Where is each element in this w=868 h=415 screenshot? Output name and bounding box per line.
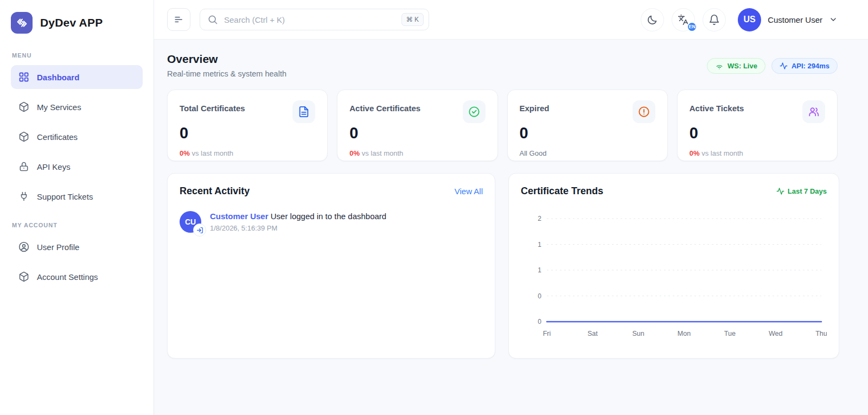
svg-text:Thu: Thu xyxy=(815,330,827,337)
view-all-link[interactable]: View All xyxy=(455,187,483,196)
search-box: ⌘ K xyxy=(200,9,429,30)
activity-avatar: CU xyxy=(180,211,201,233)
menu-section-label: MENU xyxy=(12,52,143,59)
svg-text:0: 0 xyxy=(538,318,541,325)
app-logo-row: DyDev APP xyxy=(11,12,143,34)
certificate-trends-title: Certificate Trends xyxy=(521,186,603,197)
sidebar-item-label: Dashboard xyxy=(37,73,79,82)
sidebar-item-support-tickets[interactable]: Support Tickets xyxy=(11,184,143,208)
websocket-status-badge: WS: Live xyxy=(707,58,765,74)
svg-text:Wed: Wed xyxy=(769,330,783,337)
user-name: Customer User xyxy=(768,15,822,24)
app-logo-icon xyxy=(11,12,33,34)
activity-user-link[interactable]: Customer User xyxy=(210,212,269,221)
svg-text:Tue: Tue xyxy=(724,330,736,337)
chevron-down-icon xyxy=(829,15,838,24)
stat-title: Total Certificates xyxy=(180,100,245,113)
cube-icon xyxy=(18,271,29,282)
sidebar-item-api-keys[interactable]: API Keys xyxy=(11,155,143,178)
user-menu[interactable]: US Customer User xyxy=(738,8,838,31)
svg-text:0: 0 xyxy=(538,292,541,300)
bell-icon xyxy=(709,14,720,25)
sidebar: DyDev APP MENU Dashboard My Services Cer… xyxy=(0,0,154,415)
cube-icon xyxy=(18,101,29,112)
stat-title: Active Certificates xyxy=(349,100,420,113)
recent-activity-panel: Recent Activity View All CU Customer Use… xyxy=(167,173,495,359)
stat-value: 0 xyxy=(690,124,825,142)
activity-text: Customer User User logged in to the dash… xyxy=(210,211,386,222)
moon-icon xyxy=(647,14,658,25)
app-name: DyDev APP xyxy=(40,16,103,29)
sidebar-item-account-settings[interactable]: Account Settings xyxy=(11,265,143,289)
language-button[interactable]: EN xyxy=(672,8,695,31)
lock-icon xyxy=(18,161,29,172)
users-icon xyxy=(802,100,825,123)
search-shortcut-badge: ⌘ K xyxy=(401,13,424,26)
activity-item: CU Customer User User logged in to the d… xyxy=(180,211,483,233)
svg-text:Mon: Mon xyxy=(678,330,691,337)
svg-text:1: 1 xyxy=(538,241,541,248)
menu-icon xyxy=(174,14,184,25)
search-icon xyxy=(207,14,218,27)
range-label: Last 7 Days xyxy=(776,187,827,195)
svg-text:2: 2 xyxy=(538,215,541,222)
file-text-icon xyxy=(292,100,315,123)
trends-line-chart: 21100FriSatSunMonTueWedThu xyxy=(521,207,827,343)
sidebar-item-label: Certificates xyxy=(37,132,78,142)
plug-icon xyxy=(18,191,29,202)
stat-card-active-certificates: Active Certificates 0 0% vs last month xyxy=(337,90,497,161)
sidebar-item-user-profile[interactable]: User Profile xyxy=(11,235,143,259)
account-section-label: MY ACCOUNT xyxy=(12,222,143,228)
svg-text:Sat: Sat xyxy=(588,330,598,337)
sidebar-item-label: My Services xyxy=(37,103,81,112)
sidebar-item-label: User Profile xyxy=(37,242,79,252)
activity-icon xyxy=(780,62,788,70)
sidebar-toggle-button[interactable] xyxy=(167,8,190,31)
recent-activity-title: Recent Activity xyxy=(180,186,250,197)
language-badge: EN xyxy=(687,22,697,32)
sidebar-item-label: API Keys xyxy=(37,162,71,171)
main-content: Overview Real-time metrics & system heal… xyxy=(154,40,868,415)
sidebar-item-label: Account Settings xyxy=(37,272,98,282)
login-icon xyxy=(193,224,206,237)
stat-card-total-certificates: Total Certificates 0 0% vs last month xyxy=(167,90,328,161)
sidebar-item-certificates[interactable]: Certificates xyxy=(11,125,143,149)
stat-footnote: 0% vs last month xyxy=(349,149,485,157)
stat-value: 0 xyxy=(520,124,655,142)
stat-value: 0 xyxy=(180,124,315,142)
activity-timestamp: 1/8/2026, 5:16:39 PM xyxy=(210,224,386,232)
stats-grid: Total Certificates 0 0% vs last month Ac… xyxy=(167,90,838,161)
svg-text:Fri: Fri xyxy=(543,330,551,337)
alert-circle-icon xyxy=(633,100,655,123)
wifi-icon xyxy=(715,62,724,71)
sidebar-item-label: Support Tickets xyxy=(37,192,93,201)
search-input[interactable] xyxy=(200,9,429,30)
sidebar-item-my-services[interactable]: My Services xyxy=(11,95,143,119)
topbar: ⌘ K EN US Customer User xyxy=(154,0,868,40)
notifications-button[interactable] xyxy=(703,8,726,31)
stat-card-expired: Expired 0 All Good xyxy=(507,90,668,161)
stat-card-active-tickets: Active Tickets 0 0% vs last month xyxy=(677,90,838,161)
sidebar-item-dashboard[interactable]: Dashboard xyxy=(11,65,143,89)
api-latency-badge: API: 294ms xyxy=(771,58,838,74)
stat-title: Active Tickets xyxy=(690,100,744,113)
stat-footnote: 0% vs last month xyxy=(180,149,315,157)
cube-icon xyxy=(18,131,29,142)
dark-mode-button[interactable] xyxy=(641,8,664,31)
page-title: Overview xyxy=(167,53,286,66)
stat-value: 0 xyxy=(349,124,485,142)
activity-icon xyxy=(776,187,784,195)
page-subtitle: Real-time metrics & system health xyxy=(167,69,286,78)
check-circle-icon xyxy=(463,100,486,123)
certificate-trends-panel: Certificate Trends Last 7 Days 21100FriS… xyxy=(508,173,839,359)
user-circle-icon xyxy=(18,241,29,252)
stat-footnote: All Good xyxy=(520,149,655,157)
svg-text:Sun: Sun xyxy=(633,330,644,337)
stat-title: Expired xyxy=(520,100,550,113)
user-avatar: US xyxy=(738,8,761,31)
svg-text:1: 1 xyxy=(538,266,541,274)
grid-icon xyxy=(18,72,29,82)
stat-footnote: 0% vs last month xyxy=(690,149,825,157)
